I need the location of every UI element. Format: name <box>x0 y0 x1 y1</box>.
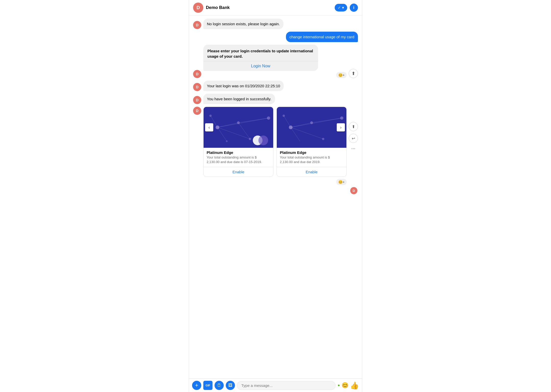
svg-point-21 <box>340 116 343 120</box>
check-button[interactable]: ✓ ▾ <box>335 4 347 11</box>
header-icons: ✓ ▾ i <box>335 4 358 12</box>
svg-line-4 <box>218 127 227 141</box>
cards-back-button[interactable]: ↩ <box>349 134 358 143</box>
card-2-name: Platinum Edge <box>280 150 343 155</box>
photo-icon: 🖼 <box>228 383 232 388</box>
bot-avatar-3: D <box>193 83 201 91</box>
card-nav-left-button[interactable]: ‹ <box>205 123 213 131</box>
plus-button[interactable]: + <box>192 381 201 390</box>
emoji-button[interactable]: 😊 <box>342 382 348 389</box>
card-2: › Platinum Edge Your total outstanding a… <box>277 107 347 177</box>
svg-line-6 <box>239 123 250 139</box>
chat-area: D No login session exists, please login … <box>189 16 362 378</box>
sticker-button[interactable]: 🗒 <box>215 381 224 390</box>
gif-button[interactable]: GIF <box>203 381 212 390</box>
message-row-1: D No login session exists, please login … <box>193 19 358 29</box>
emoji-add-button[interactable]: 😊+ <box>336 72 347 78</box>
message-row-2: change international usage of my card <box>193 32 358 42</box>
card-visual-1: ‹ <box>204 107 273 148</box>
svg-line-18 <box>312 118 342 123</box>
header-avatar: D <box>193 3 203 13</box>
svg-point-12 <box>226 140 228 142</box>
svg-line-17 <box>291 127 300 141</box>
card-action-row: D Please enter your login credentials to… <box>193 45 358 78</box>
card-2-info: Platinum Edge Your total outstanding amo… <box>277 148 346 165</box>
circle-purple <box>258 136 268 145</box>
svg-line-15 <box>291 127 323 139</box>
bubble-4: Your last login was on 01/20/2020 22:25:… <box>203 81 284 91</box>
login-now-button[interactable]: Login Now <box>203 61 318 71</box>
svg-line-5 <box>239 118 269 123</box>
card-1-info: Platinum Edge Your total outstanding amo… <box>204 148 273 165</box>
user-bottom-avatar: D <box>350 187 357 194</box>
input-bar: + GIF 🗒 🖼 😊 👍 <box>189 378 362 392</box>
sticker-icon: 🗒 <box>217 383 221 388</box>
bubble-5: You have been logged in successfully. <box>203 94 275 104</box>
card-2-enable-button[interactable]: Enable <box>277 167 346 177</box>
bot-avatar-2: D <box>193 70 201 78</box>
input-right-icons: 😊 👍 <box>337 381 359 390</box>
bot-avatar-4: D <box>193 96 201 104</box>
back-icon: ↩ <box>352 136 355 141</box>
bubble-1: No login session exists, please login ag… <box>203 19 283 29</box>
thumb-button[interactable]: 👍 <box>350 381 359 390</box>
header: D Demo Bank ✓ ▾ i <box>189 0 362 16</box>
svg-point-10 <box>249 138 251 140</box>
svg-point-8 <box>237 121 240 124</box>
svg-line-0 <box>218 123 239 127</box>
card-visual-2: › <box>277 107 346 148</box>
cards-row: ‹ Platinum Edge Your total outstanding a… <box>203 107 347 177</box>
card-1: ‹ Platinum Edge Your total outstanding a… <box>203 107 273 177</box>
card-1-name: Platinum Edge <box>207 150 270 155</box>
cards-more-button[interactable]: ··· <box>350 145 357 151</box>
cards-emoji-add-button[interactable]: 😊+ <box>336 179 347 185</box>
svg-point-20 <box>310 121 313 124</box>
online-dot <box>337 384 340 387</box>
bot-avatar: D <box>193 21 201 29</box>
svg-line-2 <box>218 127 250 139</box>
cards-share-button[interactable]: ⬆ <box>349 122 358 131</box>
info-icon: i <box>353 5 354 10</box>
share-icon: ⬆ <box>352 71 355 76</box>
svg-point-22 <box>322 138 324 140</box>
card-2-desc: Your total outstanding amount is $ 2,130… <box>280 155 343 164</box>
svg-point-23 <box>283 115 285 117</box>
cards-bot-avatar: D <box>193 107 201 115</box>
share-button[interactable]: ⬆ <box>349 69 358 78</box>
svg-line-1 <box>218 118 269 127</box>
svg-point-7 <box>216 126 219 129</box>
card-1-enable-button[interactable]: Enable <box>204 167 273 177</box>
card-1-desc: Your total outstanding amount is $ 2,130… <box>207 155 270 164</box>
login-prompt: Please enter your login credentials to u… <box>203 45 318 61</box>
message-input[interactable] <box>237 381 335 390</box>
chevron-icon: ▾ <box>342 5 344 10</box>
check-icon: ✓ <box>338 5 341 10</box>
svg-line-14 <box>291 118 342 127</box>
card-circles-1 <box>253 136 268 145</box>
message-row-5: D You have been logged in successfully. <box>193 94 358 104</box>
svg-point-11 <box>209 115 212 117</box>
info-button[interactable]: i <box>350 4 358 12</box>
svg-line-13 <box>291 123 312 127</box>
login-card-message: Please enter your login credentials to u… <box>203 45 318 71</box>
svg-point-9 <box>267 116 270 120</box>
cards-wrapper: D <box>193 107 358 194</box>
bubble-2: change international usage of my card <box>286 32 358 42</box>
photo-button[interactable]: 🖼 <box>226 381 235 390</box>
header-title: Demo Bank <box>206 5 335 10</box>
cards-share-icon: ⬆ <box>352 124 355 129</box>
card-nav-right-button[interactable]: › <box>337 123 345 131</box>
svg-line-16 <box>284 116 291 128</box>
message-row-4: D Your last login was on 01/20/2020 22:2… <box>193 81 358 91</box>
svg-point-19 <box>289 126 293 129</box>
bottom-avatar-row: D <box>193 187 358 194</box>
